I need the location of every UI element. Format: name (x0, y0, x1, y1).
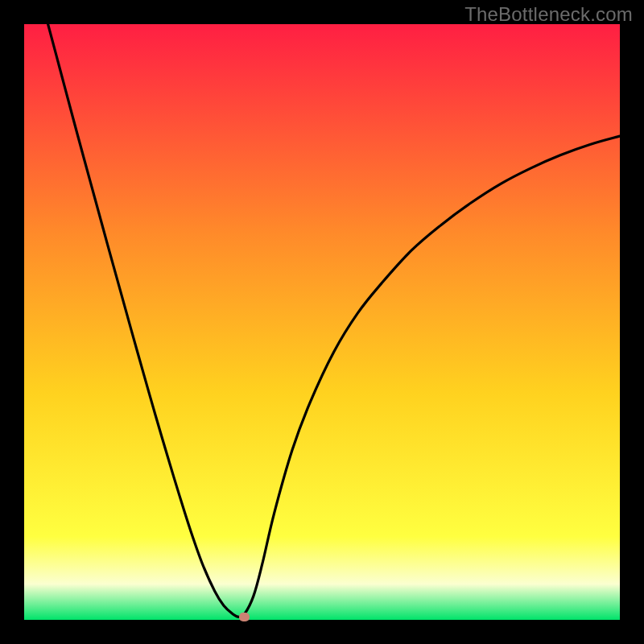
gradient-background (24, 24, 620, 620)
watermark-text: TheBottleneck.com (464, 3, 633, 26)
chart-svg (24, 24, 620, 620)
optimum-marker (239, 613, 250, 621)
plot-area (24, 24, 620, 620)
chart-frame: TheBottleneck.com (0, 0, 644, 644)
